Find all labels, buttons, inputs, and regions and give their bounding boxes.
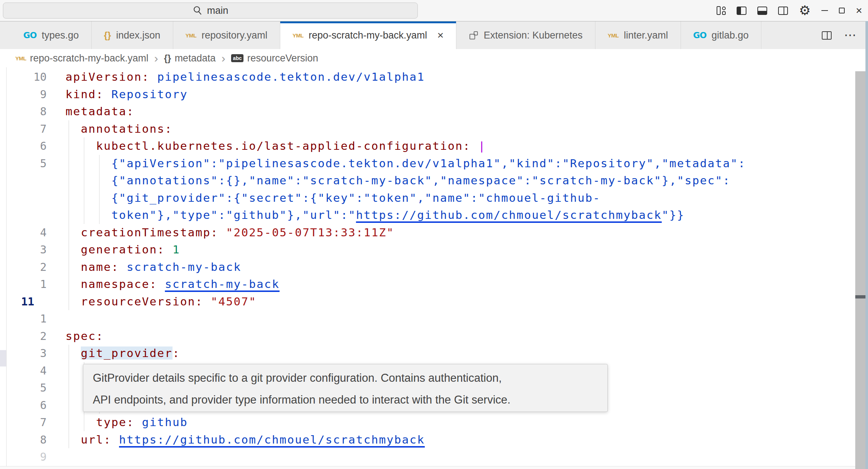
go-icon: GO [23,31,36,40]
breadcrumb-separator-icon: › [153,52,160,65]
code-text: type: github [66,414,188,431]
line-number: 1 [0,276,47,293]
command-center-text: main [207,5,229,16]
vertical-scrollbar[interactable] [855,71,865,469]
editor-pane[interactable]: 10apiVersion: pipelinesascode.tekton.dev… [0,67,868,469]
code-text: token"},"type":"github"},"url":"https://… [66,207,685,224]
tab-extension-kubernetes[interactable]: Extension: Kubernetes [456,21,595,49]
code-text: annotations: [66,120,173,138]
code-text: resourceVersion: "4507" [66,293,257,310]
line-number: 5 [0,379,47,397]
breadcrumb-item-repo-scratch-my-back-yaml[interactable]: YMLrepo-scratch-my-back.yaml [15,53,148,64]
line-number: 2 [0,328,47,345]
code-line[interactable]: 7 annotations: [0,120,868,138]
tab-types-go[interactable]: GOtypes.go [11,21,92,49]
code-text: kubectl.kubernetes.io/last-applied-confi… [66,137,486,155]
toggle-primary-sidebar-icon[interactable] [737,7,746,15]
code-line[interactable]: 1 namespace: scratch-my-back [0,276,868,293]
line-number: 8 [0,103,47,120]
hover-tooltip: GitProvider details specific to a git pr… [83,364,608,412]
code-line[interactable]: 5 {"apiVersion":"pipelinesascode.tekton.… [0,155,868,172]
code-line[interactable]: 2 name: scratch-my-back [0,258,868,276]
code-line[interactable]: 9 [0,448,868,466]
code-text: git_provider: [66,345,180,362]
braces-icon: {} [164,53,171,64]
tab-label: Extension: Kubernetes [484,30,583,41]
line-number: 2 [0,258,47,276]
code-line[interactable]: 1 [0,310,868,328]
line-number: 4 [0,224,47,241]
split-editor-icon[interactable] [822,31,832,40]
code-line[interactable]: 11 resourceVersion: "4507" [0,293,868,310]
tab-gitlab-go[interactable]: GOgitlab.go [681,21,762,49]
json-icon: {} [104,30,111,41]
yml-icon: YML [608,32,619,39]
code-line[interactable]: 4 creationTimestamp: "2025-05-07T13:33:1… [0,224,868,241]
code-line[interactable]: 2spec: [0,328,868,345]
toggle-secondary-sidebar-icon[interactable] [778,7,788,15]
breadcrumb-item-metadata[interactable]: {}metadata [164,53,215,64]
toggle-panel-icon[interactable] [757,7,767,15]
yml-icon: YML [293,32,304,39]
code-text: kind: Repository [66,86,188,103]
tab-label: repository.yaml [202,30,267,41]
code-text: spec: [66,328,104,345]
code-line[interactable]: {"git_provider":{"secret":{"key":"token"… [0,189,868,207]
code-text: {"git_provider":{"secret":{"key":"token"… [66,189,601,207]
code-text: creationTimestamp: "2025-05-07T13:33:11Z… [66,224,394,241]
line-number: 3 [0,345,47,362]
code-text: url: https://github.com/chmouel/scratchm… [66,431,425,449]
tab-linter-yaml[interactable]: YMLlinter.yaml [595,21,681,49]
close-window-button[interactable]: × [856,5,862,16]
tab-label: gitlab.go [712,30,749,41]
minimap-edge-strip [865,21,868,469]
tab-repo-scratch-my-back-yaml[interactable]: YMLrepo-scratch-my-back.yaml× [280,21,456,49]
line-number: 7 [0,120,47,138]
maximize-button[interactable] [839,8,845,13]
settings-gear-icon[interactable]: ⚙ [799,4,810,17]
code-line[interactable]: 9kind: Repository [0,86,868,103]
breadcrumb-label: resourceVersion [247,53,318,64]
code-line[interactable]: 10apiVersion: pipelinesascode.tekton.dev… [0,68,868,86]
code-line[interactable]: 8 url: https://github.com/chmouel/scratc… [0,431,868,449]
code-line[interactable]: token"},"type":"github"},"url":"https://… [0,207,868,224]
line-number: 10 [0,68,47,86]
tab-list: GOtypes.go{}index.jsonYMLrepository.yaml… [0,21,761,49]
breadcrumb-label: metadata [175,53,216,64]
code-text: name: scratch-my-back [66,258,241,276]
code-line[interactable]: 7 type: github [0,414,868,431]
code-line[interactable]: 3 generation: 1 [0,241,868,258]
code-text: apiVersion: pipelinesascode.tekton.dev/v… [66,68,425,86]
search-icon [193,5,203,16]
line-number: 11 [0,293,47,310]
go-icon: GO [693,31,706,40]
overview-ruler-cursor-marker [855,295,865,298]
code-line[interactable]: 3 git_provider: [0,345,868,362]
code-text: {"annotations":{},"name":"scratch-my-bac… [66,172,730,189]
code-line[interactable]: 6 kubectl.kubernetes.io/last-applied-con… [0,137,868,155]
code-text: generation: 1 [66,241,180,258]
more-actions-icon[interactable]: ⋯ [844,33,857,38]
breadcrumb-item-resourceversion[interactable]: abcresourceVersion [231,53,318,64]
close-tab-icon[interactable]: × [437,30,444,41]
minimize-button[interactable] [821,10,828,11]
line-number: 4 [0,362,47,380]
breadcrumb: YMLrepo-scratch-my-back.yaml›{}metadata›… [0,49,868,67]
line-number: 9 [0,86,47,103]
tab-repository-yaml[interactable]: YMLrepository.yaml [173,21,280,49]
line-number [0,172,47,189]
window-controls: ⚙ × [717,0,868,21]
tooltip-line-2: API endpoints, and provider type informa… [93,389,598,411]
command-center-search[interactable]: main [3,3,418,19]
code-line[interactable]: {"annotations":{},"name":"scratch-my-bac… [0,172,868,189]
tab-index-json[interactable]: {}index.json [92,21,173,49]
title-bar: main ⚙ × [0,0,868,21]
customize-layout-icon[interactable] [717,6,726,15]
bottom-padding [0,466,868,469]
tab-actions: ⋯ [822,21,868,49]
code-line[interactable]: 8metadata: [0,103,868,120]
line-number: 3 [0,241,47,258]
line-number [0,207,47,224]
line-number: 8 [0,431,47,449]
line-number [0,189,47,207]
